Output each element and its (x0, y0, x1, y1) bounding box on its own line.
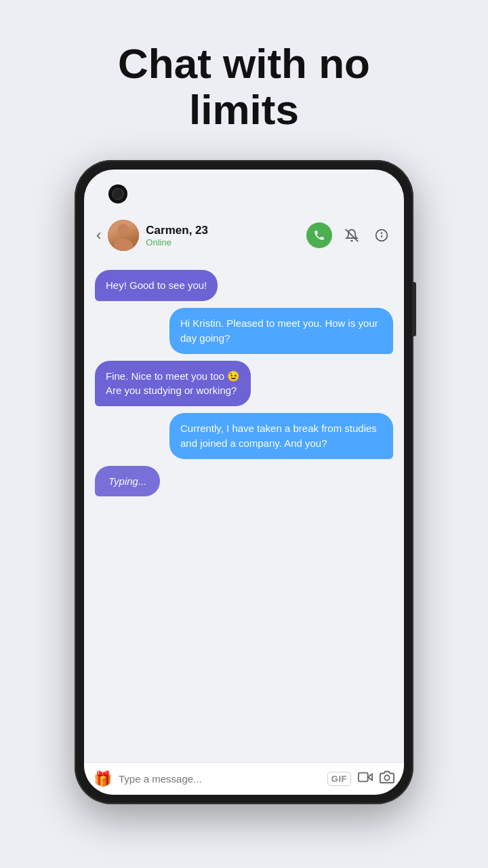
gift-icon[interactable]: 🎁 (94, 770, 112, 788)
message-1: Hey! Good to see you! (95, 270, 218, 301)
header-actions (306, 222, 392, 248)
chat-messages: Hey! Good to see you! Hi Kristin. Please… (84, 259, 404, 762)
camera-icon[interactable] (380, 770, 394, 788)
message-3: Fine. Nice to meet you too 😉Are you stud… (95, 361, 251, 407)
contact-name: Carmen, 23 (146, 224, 306, 237)
video-icon[interactable] (358, 770, 373, 788)
svg-point-6 (384, 776, 389, 781)
message-2: Hi Kristin. Pleased to meet you. How is … (169, 308, 393, 354)
phone-screen: ‹ Carmen, 23 Online (84, 170, 404, 795)
chat-input-bar: 🎁 GIF (84, 762, 404, 795)
avatar (108, 220, 139, 251)
message-input[interactable] (119, 773, 321, 785)
mute-button[interactable] (342, 225, 362, 245)
call-button[interactable] (306, 222, 332, 248)
svg-line-0 (346, 229, 358, 241)
chat-header: ‹ Carmen, 23 Online (84, 212, 404, 259)
phone-frame: ‹ Carmen, 23 Online (75, 160, 413, 804)
page-title: Chat with no limits (77, 0, 411, 160)
back-button[interactable]: ‹ (96, 226, 101, 244)
svg-marker-4 (368, 774, 372, 781)
phone-mockup: ‹ Carmen, 23 Online (75, 160, 413, 804)
camera-hole (108, 184, 127, 203)
contact-status: Online (146, 237, 306, 248)
gif-button[interactable]: GIF (327, 772, 351, 786)
message-4: Currently, I have taken a break from stu… (169, 413, 393, 459)
contact-info: Carmen, 23 Online (146, 224, 306, 248)
info-button[interactable] (371, 225, 392, 245)
svg-rect-5 (359, 773, 368, 782)
typing-indicator: Typing... (95, 466, 160, 497)
